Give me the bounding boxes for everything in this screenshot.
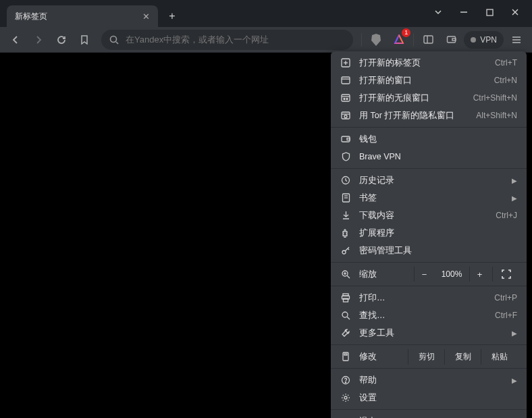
address-bar[interactable] xyxy=(101,30,353,50)
menu-exit[interactable]: 退出 xyxy=(331,413,527,418)
find-icon xyxy=(340,311,351,320)
close-tab-icon[interactable]: ✕ xyxy=(142,11,150,22)
vpn-label: VPN xyxy=(480,35,497,45)
svg-rect-34 xyxy=(342,136,350,142)
svg-line-42 xyxy=(347,276,350,278)
menu-wallet[interactable]: 钱包 xyxy=(331,130,527,148)
svg-point-54 xyxy=(344,396,347,399)
menu-passwords[interactable]: 密码管理工具 xyxy=(331,242,527,259)
brave-shield-icon[interactable] xyxy=(366,30,386,50)
svg-point-30 xyxy=(346,99,348,100)
menu-new-tab[interactable]: 打开新的标签页 Ctrl+T xyxy=(331,54,527,72)
active-tab[interactable]: 新标签页 ✕ xyxy=(7,5,158,27)
chevron-right-icon: ▶ xyxy=(512,330,517,337)
menu-find[interactable]: 查找… Ctrl+F xyxy=(331,307,527,324)
menu-history[interactable]: 历史记录 ▶ xyxy=(331,172,527,189)
downloads-icon xyxy=(340,211,351,220)
vpn-button[interactable]: VPN xyxy=(464,31,504,49)
tools-icon xyxy=(340,328,351,338)
menu-new-window[interactable]: 打开新的窗口 Ctrl+N xyxy=(331,72,527,89)
sidebar-toggle-icon[interactable] xyxy=(418,30,438,50)
address-input[interactable] xyxy=(126,34,345,45)
dropdown-icon[interactable] xyxy=(427,4,450,20)
forward-button[interactable] xyxy=(28,30,49,50)
chevron-right-icon: ▶ xyxy=(512,377,517,384)
new-tab-icon xyxy=(340,58,351,68)
key-icon xyxy=(340,246,351,255)
copy-button[interactable]: 复制 xyxy=(444,349,481,365)
back-button[interactable] xyxy=(5,30,26,50)
tor-window-icon xyxy=(340,111,351,120)
svg-rect-6 xyxy=(424,36,433,43)
menu-extensions[interactable]: 扩展程序 xyxy=(331,224,527,242)
history-icon xyxy=(340,176,351,185)
vpn-shield-icon xyxy=(340,152,351,161)
bookmarks-icon xyxy=(340,193,351,203)
svg-point-48 xyxy=(342,312,348,317)
toolbar: 1 VPN xyxy=(0,27,532,53)
wallet-icon xyxy=(340,134,351,144)
vpn-status-dot xyxy=(471,37,476,43)
wallet-icon[interactable] xyxy=(441,30,461,50)
tab-title: 新标签页 xyxy=(15,11,47,22)
zoom-out-button[interactable]: − xyxy=(414,267,434,282)
new-tab-button[interactable]: + xyxy=(162,5,182,27)
titlebar: 新标签页 ✕ + xyxy=(0,0,532,27)
zoom-value: 100% xyxy=(434,269,469,279)
reload-button[interactable] xyxy=(51,30,72,50)
chevron-right-icon: ▶ xyxy=(512,177,517,184)
maximize-button[interactable] xyxy=(478,4,501,20)
svg-rect-35 xyxy=(347,138,350,140)
menu-brave-vpn[interactable]: Brave VPN xyxy=(331,148,527,165)
edit-icon xyxy=(340,352,351,361)
svg-point-33 xyxy=(344,115,347,118)
svg-line-49 xyxy=(347,317,350,319)
menu-settings[interactable]: 设置 xyxy=(331,389,527,407)
close-window-button[interactable] xyxy=(504,4,527,20)
svg-line-5 xyxy=(116,42,118,44)
svg-rect-8 xyxy=(447,36,455,43)
menu-zoom: 缩放 − 100% + xyxy=(331,265,527,283)
svg-rect-25 xyxy=(342,77,350,84)
svg-point-4 xyxy=(111,36,117,42)
menu-new-private-window[interactable]: 打开新的无痕窗口 Ctrl+Shift+N xyxy=(331,89,527,107)
fullscreen-button[interactable] xyxy=(496,267,517,282)
svg-rect-1 xyxy=(487,9,493,16)
menu-print[interactable]: 打印… Ctrl+P xyxy=(331,289,527,307)
menu-new-tor-window[interactable]: 用 Tor 打开新的隐私窗口 Alt+Shift+N xyxy=(331,107,527,124)
rewards-badge: 1 xyxy=(402,28,410,37)
toolbar-separator xyxy=(413,33,414,47)
menu-help[interactable]: 帮助 ▶ xyxy=(331,371,527,389)
svg-point-29 xyxy=(344,99,345,100)
brave-rewards-icon[interactable]: 1 xyxy=(389,30,409,50)
settings-icon xyxy=(340,393,351,402)
zoom-icon xyxy=(340,269,351,279)
menu-edit: 修改 剪切 复制 粘贴 xyxy=(331,348,527,365)
chevron-right-icon: ▶ xyxy=(512,194,517,202)
menu-more-tools[interactable]: 更多工具 ▶ xyxy=(331,324,527,342)
menu-downloads[interactable]: 下载内容 Ctrl+J xyxy=(331,207,527,224)
app-menu-button[interactable] xyxy=(506,30,527,50)
new-window-icon xyxy=(340,76,351,85)
cut-button[interactable]: 剪切 xyxy=(408,349,444,365)
paste-button[interactable]: 粘贴 xyxy=(481,349,517,365)
toolbar-separator xyxy=(361,33,362,47)
bookmark-button[interactable] xyxy=(74,30,95,50)
svg-point-53 xyxy=(345,382,346,382)
print-icon xyxy=(340,293,351,303)
app-menu: 打开新的标签页 Ctrl+T 打开新的窗口 Ctrl+N 打开新的无痕窗口 Ct… xyxy=(331,51,527,418)
menu-bookmarks[interactable]: 书签 ▶ xyxy=(331,189,527,207)
extensions-icon xyxy=(340,228,351,238)
help-icon xyxy=(340,375,351,385)
svg-rect-27 xyxy=(342,95,350,101)
private-window-icon xyxy=(340,93,351,103)
minimize-button[interactable] xyxy=(452,4,475,20)
svg-rect-51 xyxy=(344,354,347,355)
svg-point-40 xyxy=(342,251,346,254)
zoom-in-button[interactable]: + xyxy=(469,267,489,282)
search-icon xyxy=(109,35,119,45)
